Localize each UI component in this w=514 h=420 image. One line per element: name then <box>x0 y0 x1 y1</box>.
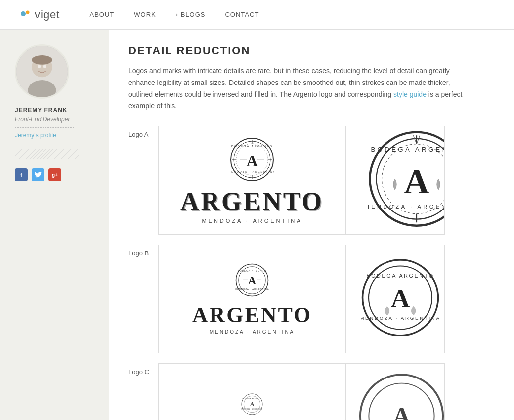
argento-seal-a: A BODEGA ARGENTO MENDOZA · ARGENTINA <box>230 137 274 182</box>
author-divider <box>15 127 74 128</box>
logo-c-detail-crop: A <box>346 364 444 420</box>
author-profile-link[interactable]: Jeremy's profile <box>15 132 56 139</box>
svg-text:A: A <box>246 152 257 169</box>
svg-text:BODEGA ARGENTO: BODEGA ARGENTO <box>371 146 444 153</box>
page-layout: JEREMY FRANK Front-End Developer Jeremy'… <box>0 30 514 420</box>
svg-text:A: A <box>248 274 257 287</box>
main-nav: ABOUT WORK BLOGS CONTACT <box>89 11 259 18</box>
svg-text:BODEGA ARGENTO: BODEGA ARGENTO <box>231 145 273 148</box>
logo-c-detail-inner: A <box>358 373 444 420</box>
argento-seal-b: A BODEGA ARGENTO MENDOZA · ARGENTINA <box>235 263 269 297</box>
nav-work[interactable]: WORK <box>134 11 156 18</box>
argento-wordmark-a: ARGENTO <box>180 187 324 216</box>
style-guide-link[interactable]: style guide <box>393 90 427 98</box>
main-content: DETAIL REDUCTION Logos and marks with in… <box>109 30 514 420</box>
sidebar: JEREMY FRANK Front-End Developer Jeremy'… <box>0 30 109 420</box>
author-role: Front-End Developer <box>15 116 70 123</box>
twitter-icon[interactable] <box>32 168 44 181</box>
logo-b-section: Logo B A BODEGA ARGENTO MENDOZA · ARGENT… <box>128 245 494 353</box>
nav-about[interactable]: ABOUT <box>89 11 114 18</box>
nav-blogs[interactable]: BLOGS <box>176 11 206 18</box>
logo-c-label: Logo C <box>128 363 158 376</box>
svg-point-0 <box>21 11 26 16</box>
gplus-icon[interactable]: g+ <box>48 168 61 181</box>
logo-b-main: A BODEGA ARGENTO MENDOZA · ARGENTINA ARG… <box>158 245 346 353</box>
argento-subtext-a: MENDOZA · ARGENTINA <box>202 218 302 224</box>
svg-text:BODEGA ARGENTO: BODEGA ARGENTO <box>238 270 266 272</box>
sidebar-decorative-pattern <box>15 149 79 159</box>
svg-point-7 <box>43 65 46 68</box>
svg-text:MENDOZA · ARGENTINA: MENDOZA · ARGENTINA <box>241 408 262 410</box>
logo-b-detail-inner: A BODEGA ARGENTO MENDOZA · ARGENTINA <box>361 258 440 340</box>
social-icons: f g+ <box>15 168 61 181</box>
svg-text:A: A <box>250 401 255 408</box>
facebook-icon[interactable]: f <box>15 168 28 181</box>
svg-point-6 <box>38 65 41 68</box>
argento-logo-b: A BODEGA ARGENTO MENDOZA · ARGENTINA ARG… <box>185 256 320 342</box>
logo-b-label: Logo B <box>128 245 158 257</box>
article-body: Logos and marks with intricate details a… <box>128 65 465 112</box>
logo-dots-icon <box>20 8 31 21</box>
svg-point-1 <box>26 11 30 14</box>
logo-b-detail: A BODEGA ARGENTO MENDOZA · ARGENTINA <box>346 245 445 353</box>
logo-b-detail-crop: A BODEGA ARGENTO MENDOZA · ARGENTINA <box>346 245 444 353</box>
logo-a-detail: A BODEGA ARGENTO MENDOZA · ARGENTINA <box>346 126 445 235</box>
argento-seal-c: A BODEGA ARGENTO MENDOZA · ARGENTINA <box>241 393 263 415</box>
logo-a-detail-crop: A BODEGA ARGENTO MENDOZA · ARGENTINA <box>346 126 444 234</box>
svg-text:BODEGA ARGENTO: BODEGA ARGENTO <box>243 398 262 400</box>
logo-c-images: A BODEGA ARGENTO MENDOZA · ARGENTINA ARG… <box>158 363 494 420</box>
logo-c-main: A BODEGA ARGENTO MENDOZA · ARGENTINA ARG… <box>158 363 346 420</box>
article-title: DETAIL REDUCTION <box>128 44 494 57</box>
argento-logo-a: A BODEGA ARGENTO MENDOZA · ARGENTINA ARG… <box>173 130 331 231</box>
svg-text:A: A <box>391 284 410 313</box>
logo-a-section: Logo A <box>128 126 494 235</box>
logo-a-detail-inner: A BODEGA ARGENTO MENDOZA · ARGENTINA <box>368 130 444 231</box>
logo-c-detail: A <box>346 363 445 420</box>
svg-text:MENDOZA · ARGENTINA: MENDOZA · ARGENTINA <box>368 203 444 209</box>
logo-a-main: A BODEGA ARGENTO MENDOZA · ARGENTINA ARG… <box>158 126 346 235</box>
logo-a-label: Logo A <box>128 126 158 138</box>
svg-text:BODEGA ARGENTO: BODEGA ARGENTO <box>366 272 434 278</box>
svg-text:MENDOZA · ARGENTINA: MENDOZA · ARGENTINA <box>361 315 440 321</box>
author-name: JEREMY FRANK <box>15 107 67 114</box>
svg-point-5 <box>32 55 52 65</box>
argento-wordmark-b: ARGENTO <box>192 302 312 328</box>
svg-text:MENDOZA · ARGENTINA: MENDOZA · ARGENTINA <box>235 288 269 290</box>
site-header: viget ABOUT WORK BLOGS CONTACT <box>0 0 514 30</box>
nav-contact[interactable]: CONTACT <box>225 11 259 18</box>
svg-text:MENDOZA · ARGENTINA: MENDOZA · ARGENTINA <box>230 170 274 173</box>
logo-text: viget <box>35 8 60 21</box>
avatar <box>15 44 69 99</box>
logo-c-section: Logo C A BODEGA ARGENTO MENDOZA · ARGENT… <box>128 363 494 420</box>
argento-subtext-b: MENDOZA · ARGENTINA <box>210 329 295 335</box>
argento-logo-c: A BODEGA ARGENTO MENDOZA · ARGENTINA ARG… <box>204 386 300 420</box>
svg-text:A: A <box>392 402 411 420</box>
logo-a-images: A BODEGA ARGENTO MENDOZA · ARGENTINA ARG… <box>158 126 494 235</box>
logo-b-images: A BODEGA ARGENTO MENDOZA · ARGENTINA ARG… <box>158 245 494 353</box>
logo[interactable]: viget <box>20 8 60 21</box>
svg-text:A: A <box>404 162 429 200</box>
